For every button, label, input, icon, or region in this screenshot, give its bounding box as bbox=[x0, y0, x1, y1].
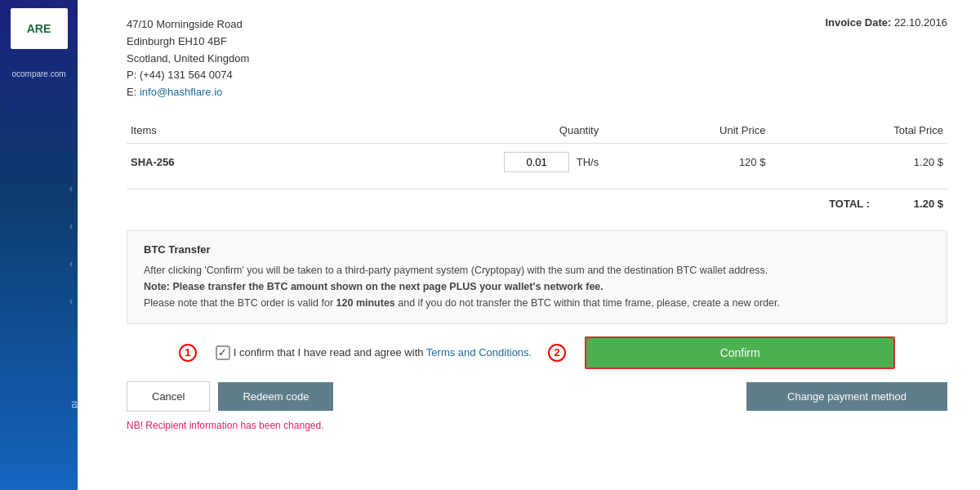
logo-text: ARE bbox=[27, 22, 51, 35]
action-buttons: Cancel Redeem code Change payment method bbox=[127, 381, 947, 412]
checkbox-label-text: I confirm that I have read and agree wit… bbox=[234, 346, 532, 359]
col-total-price: Total Price bbox=[769, 118, 947, 144]
btc-transfer-box: BTC Transfer After clicking 'Confirm' yo… bbox=[127, 230, 947, 324]
btc-box-line2: Note: Please transfer the BTC amount sho… bbox=[144, 278, 930, 295]
redeem-code-button[interactable]: Redeem code bbox=[218, 382, 333, 411]
main-content: 47/10 Morningside Road Edinburgh EH10 4B… bbox=[78, 0, 980, 490]
sidebar-chevron-2[interactable]: ‹ bbox=[65, 220, 78, 233]
email-link[interactable]: info@hashflare.io bbox=[140, 86, 222, 98]
header-info: 47/10 Morningside Road Edinburgh EH10 4B… bbox=[127, 16, 947, 101]
address-line2: Edinburgh EH10 4BF bbox=[127, 33, 249, 51]
btc-box-line3: Please note that the BTC order is valid … bbox=[144, 295, 930, 311]
confirm-button[interactable]: Confirm bbox=[585, 336, 895, 369]
invoice-date: Invoice Date: 22.10.2016 bbox=[825, 16, 947, 101]
sidebar-chevrons: ‹ ‹ ‹ ‹ bbox=[65, 182, 78, 308]
item-unit: TH/s bbox=[577, 156, 599, 168]
table-row: SHA-256 TH/s 120 $ 1.20 $ bbox=[127, 143, 947, 180]
sidebar: ARE ocompare.com ‹ ‹ ‹ ‹ rd bbox=[0, 0, 78, 490]
email-row: E: info@hashflare.io bbox=[127, 84, 249, 101]
sidebar-chevron-1[interactable]: ‹ bbox=[65, 182, 78, 195]
step-2-label: 2 bbox=[548, 344, 566, 362]
quantity-input[interactable] bbox=[504, 152, 569, 172]
item-quantity: TH/s bbox=[286, 143, 603, 180]
nb-notice: NB! Recipient information has been chang… bbox=[127, 420, 947, 431]
col-items: Items bbox=[127, 118, 286, 144]
sidebar-logo: ARE bbox=[11, 8, 68, 49]
btc-box-line1: After clicking 'Confirm' you will be tak… bbox=[144, 262, 930, 278]
email-prefix: E: bbox=[127, 86, 136, 98]
invoice-date-label: Invoice Date: bbox=[825, 16, 891, 29]
sidebar-chevron-3[interactable]: ‹ bbox=[65, 257, 78, 270]
btc-box-title: BTC Transfer bbox=[144, 243, 930, 256]
step-1-label: 1 bbox=[179, 344, 197, 362]
item-total-price: 1.20 $ bbox=[769, 143, 947, 180]
invoice-table: Items Quantity Unit Price Total Price SH… bbox=[127, 118, 947, 180]
change-payment-button[interactable]: Change payment method bbox=[746, 382, 947, 411]
content-area: 47/10 Morningside Road Edinburgh EH10 4B… bbox=[78, 0, 980, 490]
address-line3: Scotland, United Kingdom bbox=[127, 51, 249, 68]
address-block: 47/10 Morningside Road Edinburgh EH10 4B… bbox=[127, 16, 249, 101]
sidebar-bottom-label: rd bbox=[70, 401, 79, 408]
phone: P: (+44) 131 564 0074 bbox=[127, 67, 249, 84]
item-unit-price: 120 $ bbox=[603, 143, 769, 180]
item-name: SHA-256 bbox=[127, 143, 286, 180]
checkbox-area: I confirm that I have read and agree wit… bbox=[216, 345, 532, 360]
total-label: TOTAL : bbox=[829, 198, 870, 210]
terms-link[interactable]: Terms and Conditions. bbox=[426, 346, 532, 359]
total-value: 1.20 $ bbox=[894, 198, 943, 210]
cancel-button[interactable]: Cancel bbox=[127, 381, 210, 412]
sidebar-chevron-4[interactable]: ‹ bbox=[65, 295, 78, 308]
address-line1: 47/10 Morningside Road bbox=[127, 16, 249, 33]
sidebar-domain: ocompare.com bbox=[11, 69, 65, 78]
terms-checkbox[interactable] bbox=[216, 345, 230, 360]
confirm-row: 1 I confirm that I have read and agree w… bbox=[127, 336, 947, 369]
total-row: TOTAL : 1.20 $ bbox=[127, 189, 947, 218]
col-unit-price: Unit Price bbox=[603, 118, 769, 144]
invoice-date-value: 22.10.2016 bbox=[894, 16, 947, 29]
col-quantity: Quantity bbox=[286, 118, 603, 144]
